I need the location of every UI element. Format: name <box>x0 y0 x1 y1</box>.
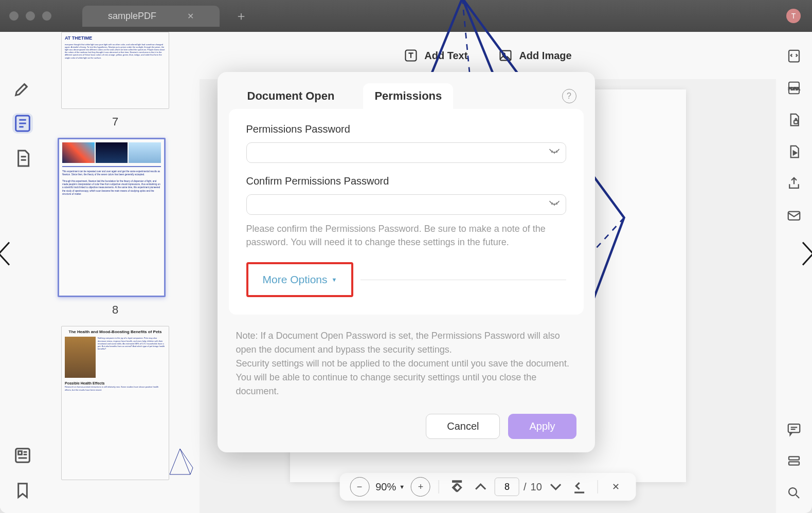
first-page-button[interactable] <box>447 477 467 497</box>
zoom-out-button[interactable]: − <box>350 477 369 497</box>
zoom-value: 90% <box>375 481 396 493</box>
tab-document-open[interactable]: Document Open <box>236 83 346 109</box>
last-page-button[interactable] <box>570 477 589 497</box>
document-tool-icon[interactable] <box>12 148 33 169</box>
zoom-in-button[interactable]: + <box>411 477 430 497</box>
help-icon[interactable]: ? <box>562 89 576 103</box>
comment-icon[interactable] <box>786 422 802 437</box>
layers-icon[interactable] <box>786 453 802 469</box>
close-window-icon[interactable] <box>9 11 19 21</box>
thumbnail-selected[interactable]: This experiment can be repeated over and… <box>58 138 173 317</box>
thumbnail[interactable]: AT THETIME everyone thought that white l… <box>61 32 169 129</box>
svg-rect-2 <box>19 451 22 455</box>
svg-rect-9 <box>794 120 798 123</box>
divider <box>360 280 566 280</box>
modal-body: Permissions Password Confirm Permissions… <box>229 109 584 315</box>
next-image-arrow[interactable] <box>799 239 812 275</box>
new-tab-button[interactable]: ＋ <box>235 8 247 24</box>
more-options-toggle[interactable]: More Options ▼ <box>255 267 346 292</box>
svg-rect-12 <box>789 456 799 460</box>
user-avatar[interactable]: T <box>786 9 801 23</box>
minimize-window-icon[interactable] <box>26 11 35 21</box>
password-help-text: Please confirm the Permissions Password.… <box>246 222 566 249</box>
prev-image-arrow[interactable] <box>0 239 13 275</box>
thumbnail-panel: AT THETIME everyone thought that white l… <box>45 32 200 513</box>
cancel-button[interactable]: Cancel <box>426 414 500 439</box>
lock-document-icon[interactable] <box>786 112 802 127</box>
chevron-down-icon: ▼ <box>399 484 405 490</box>
close-tab-icon[interactable]: ✕ <box>187 11 194 21</box>
search-icon[interactable] <box>786 485 802 501</box>
tab-title: samplePDF <box>108 11 156 22</box>
avatar-letter: T <box>791 12 796 20</box>
svg-rect-13 <box>789 462 799 465</box>
chevron-down-icon: ▼ <box>332 277 337 283</box>
close-controls-button[interactable]: ✕ <box>606 477 626 497</box>
thumb-title: AT THETIME <box>65 35 166 42</box>
thumbnail[interactable]: The Health and Mood-Boosting Benefits of… <box>61 326 169 480</box>
document-tab[interactable]: samplePDF ✕ <box>82 6 220 27</box>
total-pages: 10 <box>531 481 542 493</box>
thumb-title: The Health and Mood-Boosting Benefits of… <box>65 329 166 335</box>
toggle-visibility-icon[interactable] <box>549 199 560 210</box>
thumb-label: 7 <box>61 115 169 129</box>
thumb-label: 8 <box>58 303 173 317</box>
zoom-level-dropdown[interactable]: 90% ▼ <box>373 481 407 493</box>
apply-button[interactable]: Apply <box>508 414 576 439</box>
edit-tool-icon[interactable] <box>12 113 33 134</box>
form-tool-icon[interactable] <box>12 445 33 466</box>
confirm-password-label: Confirm Permissions Password <box>246 175 566 187</box>
convert-icon[interactable] <box>786 48 802 64</box>
bookmark-tool-icon[interactable] <box>12 480 33 501</box>
svg-rect-10 <box>788 212 800 220</box>
toggle-visibility-icon[interactable] <box>549 148 560 158</box>
window-controls <box>9 11 51 21</box>
svg-point-14 <box>789 488 797 496</box>
svg-rect-11 <box>788 424 800 432</box>
mail-icon[interactable] <box>786 208 802 223</box>
security-note: Note: If a Document Open Password is set… <box>218 315 595 398</box>
separator <box>598 480 598 493</box>
confirm-password-input[interactable] <box>246 194 566 215</box>
modal-actions: Cancel Apply <box>218 398 595 439</box>
prev-page-button[interactable] <box>471 477 491 497</box>
permissions-password-input[interactable] <box>246 142 566 163</box>
svg-text:PDF/A: PDF/A <box>788 86 800 91</box>
tab-permissions[interactable]: Permissions <box>363 83 453 109</box>
highlighter-tool-icon[interactable] <box>12 78 33 99</box>
thumb-subtitle: Possible Health Effects <box>65 381 166 386</box>
page-separator: / <box>524 481 527 493</box>
share-icon[interactable] <box>786 176 802 191</box>
svg-rect-6 <box>789 50 799 62</box>
security-settings-modal: Document Open Permissions ? Permissions … <box>218 72 595 452</box>
permissions-password-label: Permissions Password <box>246 123 566 135</box>
separator <box>439 480 439 493</box>
tab-bar: samplePDF ✕ ＋ <box>82 6 247 27</box>
pdfa-icon[interactable]: PDF/A <box>786 80 802 96</box>
next-page-button[interactable] <box>546 477 566 497</box>
more-options-label: More Options <box>263 273 328 286</box>
page-controls: − 90% ▼ + / 10 ✕ <box>339 473 636 501</box>
current-page-input[interactable] <box>495 478 519 496</box>
highlight-annotation: More Options ▼ <box>246 262 354 297</box>
modal-tabs: Document Open Permissions ? <box>218 83 595 109</box>
slideshow-icon[interactable] <box>786 144 802 159</box>
maximize-window-icon[interactable] <box>42 11 51 21</box>
